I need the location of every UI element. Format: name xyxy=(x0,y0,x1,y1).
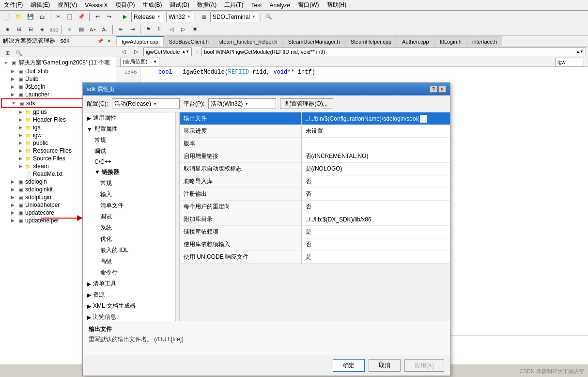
config-select[interactable]: 活动(Release) ▼ xyxy=(112,98,180,109)
dialog-titlebar: sdk 属性页 ? × xyxy=(83,83,450,95)
cat-general-label: 通用属性 xyxy=(93,114,116,122)
prop-row-link-lib-deps[interactable]: 链接库依赖项 是 xyxy=(180,226,450,238)
prop-name-output: 输出文件 xyxy=(180,112,301,125)
prop-name-per-user: 每个用户的重定向 xyxy=(180,201,301,213)
platform-value: 活动(Win32) xyxy=(211,100,243,108)
cat-browse-expand: ▶ xyxy=(87,314,91,321)
cat-xml-label: XML 文档生成器 xyxy=(93,302,136,310)
cat-manifest-expand: ▶ xyxy=(87,281,91,287)
dialog-title-buttons: ? × xyxy=(430,86,446,93)
prop-sub2-cmdline[interactable]: 命令行 xyxy=(83,267,179,278)
dialog-footer: 确定 取消 应用(A) xyxy=(83,355,450,376)
cat-resource-label: 资源 xyxy=(93,291,105,299)
prop-table: 输出文件 ../../bin/$(ConfigurationName)/sdol… xyxy=(180,112,450,264)
prop-cat-resource[interactable]: ▶ 资源 xyxy=(83,289,179,300)
prop-row-ignore-implib[interactable]: 忽略导入库 否 xyxy=(180,175,450,188)
prop-row-nologo[interactable]: 取消显示自动版权标志 是(/NOLOGO) xyxy=(180,163,450,175)
prop-name-nologo: 取消显示自动版权标志 xyxy=(180,163,301,175)
cat-xml-expand: ▶ xyxy=(87,303,91,310)
cat-browse-label: 浏览信息 xyxy=(93,313,116,321)
prop-row-progress[interactable]: 显示进度 未设置 xyxy=(180,125,450,138)
prop-row-unicode[interactable]: 使用 UNICODE 响应文件 是 xyxy=(180,251,450,264)
platform-select[interactable]: 活动(Win32) ▼ xyxy=(208,98,276,109)
properties-dialog: sdk 属性页 ? × 配置(C): 活动(Release) ▼ 平台(P): … xyxy=(82,82,450,376)
prop-value-unicode: 是 xyxy=(301,251,450,264)
prop-value-per-user: 否 xyxy=(301,201,450,213)
prop-cat-xml[interactable]: ▶ XML 文档生成器 xyxy=(83,300,179,312)
prop-sub2-system[interactable]: 系统 xyxy=(83,222,179,234)
prop-name-version: 版本 xyxy=(180,138,301,150)
prop-cat-browse[interactable]: ▶ 浏览信息 xyxy=(83,312,179,321)
prop-sub2-input[interactable]: 输入 xyxy=(83,189,179,200)
prop-value-nologo: 是(/NOLOGO) xyxy=(301,163,450,175)
prop-row-register-output[interactable]: 注册输出 否 xyxy=(180,188,450,201)
dialog-title: sdk 属性页 xyxy=(87,85,115,94)
prop-value-progress: 未设置 xyxy=(301,125,450,138)
dialog-overlay: sdk 属性页 ? × 配置(C): 活动(Release) ▼ 平台(P): … xyxy=(0,0,588,377)
output-value-text: ../../bin/$(ConfigurationName)/sdologin/… xyxy=(306,115,419,122)
prop-sub2-advanced[interactable]: 高级 xyxy=(83,256,179,267)
prop-tree-scroll: ▶ 通用属性 ▼ 配置属性 常规 调试 C/C++ ▼ 链接器 常规 输入 xyxy=(83,112,179,321)
prop-tree: ▶ 通用属性 ▼ 配置属性 常规 调试 C/C++ ▼ 链接器 常规 输入 xyxy=(83,112,180,321)
dialog-desc-text: 重写默认的输出文件名。 (/OUT:[file]) xyxy=(89,335,444,344)
prop-row-addl-libdirs[interactable]: 附加库目录 ../../lib;$(DX_SDK)/lib/x86 xyxy=(180,213,450,226)
prop-name-register-output: 注册输出 xyxy=(180,188,301,201)
dialog-ok-button[interactable]: 确定 xyxy=(333,359,365,372)
dialog-body: ▶ 通用属性 ▼ 配置属性 常规 调试 C/C++ ▼ 链接器 常规 输入 xyxy=(83,112,450,321)
prop-value-link-lib-deps: 是 xyxy=(301,226,450,238)
tree-scrollbar[interactable] xyxy=(175,112,179,321)
config-arrow: ▼ xyxy=(153,102,157,106)
config-value: 活动(Release) xyxy=(114,100,151,108)
output-dropdown-btn[interactable]: ▼ xyxy=(420,115,427,123)
prop-row-per-user[interactable]: 每个用户的重定向 否 xyxy=(180,201,450,213)
prop-name-ignore-implib: 忽略导入库 xyxy=(180,175,301,188)
cat-config-label: 配置属性 xyxy=(94,125,118,133)
cat-general-expand: ▶ xyxy=(87,115,91,122)
prop-sub-cpp[interactable]: C/C++ xyxy=(83,157,179,167)
prop-sub-linker[interactable]: ▼ 链接器 xyxy=(83,167,179,178)
prop-name-progress: 显示进度 xyxy=(180,125,301,138)
dialog-apply-button[interactable]: 应用(A) xyxy=(404,359,444,372)
cat-resource-expand: ▶ xyxy=(87,292,91,298)
prop-name-incremental: 启用增量链接 xyxy=(180,150,301,163)
dialog-cancel-button[interactable]: 取消 xyxy=(369,359,401,372)
cat-config-expand: ▼ xyxy=(87,126,93,133)
prop-sub2-optimize[interactable]: 优化 xyxy=(83,234,179,245)
prop-name-addl-libdirs: 附加库目录 xyxy=(180,213,301,226)
prop-row-incremental[interactable]: 启用增量链接 否(/INCREMENTAL:NO) xyxy=(180,150,450,163)
prop-name-unicode: 使用 UNICODE 响应文件 xyxy=(180,251,301,264)
cat-manifest-label: 清单工具 xyxy=(93,280,116,288)
prop-value-addl-libdirs: ../../lib;$(DX_SDK)/lib/x86 xyxy=(301,213,450,226)
prop-name-use-lib-dep-input: 使用库依赖项输入 xyxy=(180,238,301,251)
prop-sub2-manifest[interactable]: 清单文件 xyxy=(83,200,179,211)
dialog-desc: 输出文件 重写默认的输出文件名。 (/OUT:[file]) xyxy=(83,321,450,355)
dialog-close-btn[interactable]: × xyxy=(438,86,446,93)
prop-name-link-lib-deps: 链接库依赖项 xyxy=(180,226,301,238)
platform-arrow: ▼ xyxy=(245,102,248,106)
prop-value-ignore-implib: 否 xyxy=(301,175,450,188)
prop-sub-debug[interactable]: 调试 xyxy=(83,146,179,157)
prop-value-register-output: 否 xyxy=(301,188,450,201)
prop-sub2-normal[interactable]: 常规 xyxy=(83,178,179,189)
prop-sub-normal[interactable]: 常规 xyxy=(83,135,179,146)
prop-value-use-lib-dep-input: 否 xyxy=(301,238,450,251)
prop-row-output[interactable]: 输出文件 ../../bin/$(ConfigurationName)/sdol… xyxy=(180,112,450,125)
prop-row-use-lib-dep-input[interactable]: 使用库依赖项输入 否 xyxy=(180,238,450,251)
config-manager-button[interactable]: 配置管理器(O)... xyxy=(280,98,333,109)
prop-row-version[interactable]: 版本 xyxy=(180,138,450,150)
prop-cat-manifest[interactable]: ▶ 清单工具 xyxy=(83,278,179,289)
prop-cat-general[interactable]: ▶ 通用属性 xyxy=(83,112,179,124)
prop-value-output[interactable]: ../../bin/$(ConfigurationName)/sdologin/… xyxy=(301,112,450,125)
platform-label: 平台(P): xyxy=(184,100,204,108)
prop-sub2-debug2[interactable]: 调试 xyxy=(83,211,179,222)
prop-cat-config[interactable]: ▼ 配置属性 xyxy=(83,124,179,135)
prop-value-version xyxy=(301,138,450,150)
dialog-desc-title: 输出文件 xyxy=(89,325,444,333)
prop-sub2-idl[interactable]: 嵌入的 IDL xyxy=(83,245,179,256)
dialog-help-btn[interactable]: ? xyxy=(430,86,437,93)
prop-value-incremental: 否(/INCREMENTAL:NO) xyxy=(301,150,450,163)
dialog-config-row: 配置(C): 活动(Release) ▼ 平台(P): 活动(Win32) ▼ … xyxy=(83,95,450,112)
prop-values: 输出文件 ../../bin/$(ConfigurationName)/sdol… xyxy=(180,112,450,321)
linker-expand: ▼ xyxy=(94,169,100,175)
output-value-container: ../../bin/$(ConfigurationName)/sdologin/… xyxy=(306,115,446,123)
